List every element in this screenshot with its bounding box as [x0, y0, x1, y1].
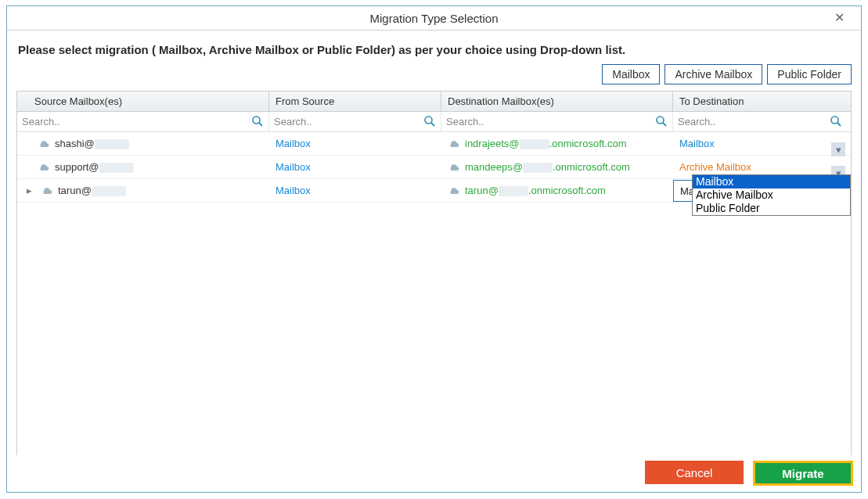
to-destination-value[interactable]: Mailbox	[679, 138, 715, 149]
search-source-cell	[17, 112, 269, 131]
svg-line-7	[837, 123, 841, 126]
bulk-public-button[interactable]: Public Folder	[767, 64, 852, 84]
expand-icon[interactable]: ▸	[25, 185, 33, 196]
search-from-input[interactable]	[269, 112, 441, 131]
svg-point-0	[253, 117, 260, 124]
dest-mailbox[interactable]: mandeeps@xxx.onmicrosoft.com	[465, 161, 630, 173]
to-destination-dropdown[interactable]: Mailbox Archive Mailbox Public Folder	[692, 174, 851, 216]
migrate-button[interactable]: Migrate	[755, 463, 851, 483]
source-mailbox: shashi@xxxx	[55, 138, 129, 149]
col-from[interactable]: From Source	[269, 92, 441, 111]
search-icon[interactable]	[655, 115, 668, 127]
dest-mailbox[interactable]: tarun@xxx.onmicrosoft.com	[465, 185, 606, 196]
source-mailbox: tarun@xxxx	[58, 185, 126, 196]
search-icon[interactable]	[423, 115, 436, 127]
from-source-value[interactable]: Mailbox	[276, 161, 311, 173]
cloud-icon	[41, 186, 53, 196]
migration-dialog: Migration Type Selection ✕ Please select…	[6, 5, 862, 493]
dialog-title: Migration Type Selection	[370, 12, 499, 25]
svg-point-2	[425, 117, 432, 124]
cancel-button[interactable]: Cancel	[645, 461, 744, 484]
search-source-input[interactable]	[17, 112, 268, 131]
col-dest[interactable]: Destination Mailbox(es)	[441, 92, 673, 111]
migrate-highlight: Migrate	[753, 461, 853, 486]
search-to-input[interactable]	[673, 112, 847, 131]
search-icon[interactable]	[251, 115, 264, 127]
table-row[interactable]: shashi@xxxx Mailbox indrajeets@xxx.onmic…	[17, 132, 851, 156]
svg-line-5	[663, 123, 666, 126]
close-icon[interactable]: ✕	[823, 6, 855, 31]
col-source[interactable]: Source Mailbox(es)	[17, 92, 269, 111]
from-source-value[interactable]: Mailbox	[276, 185, 311, 196]
search-row	[17, 112, 851, 132]
dropdown-option-archive[interactable]: Archive Mailbox	[693, 188, 850, 202]
mailbox-grid: Source Mailbox(es) From Source Destinati…	[16, 91, 852, 455]
svg-point-6	[831, 117, 838, 124]
cloud-icon	[38, 163, 50, 172]
titlebar: Migration Type Selection ✕	[7, 6, 861, 31]
search-dest-input[interactable]	[441, 112, 672, 131]
search-to-cell	[673, 112, 847, 131]
search-icon[interactable]	[830, 115, 842, 127]
svg-line-3	[431, 123, 434, 126]
cloud-icon	[448, 139, 460, 149]
grid-header: Source Mailbox(es) From Source Destinati…	[17, 92, 851, 112]
to-destination-value[interactable]: Archive Mailbox	[679, 161, 751, 173]
dropdown-option-mailbox[interactable]: Mailbox	[693, 175, 850, 188]
dest-mailbox[interactable]: indrajeets@xxx.onmicrosoft.com	[465, 138, 627, 149]
dropdown-option-public[interactable]: Public Folder	[693, 202, 850, 215]
source-mailbox: support@xxxx	[55, 161, 134, 173]
svg-point-4	[657, 117, 664, 124]
instruction-text: Please select migration ( Mailbox, Archi…	[7, 31, 861, 64]
dialog-actions: Cancel Migrate	[645, 461, 853, 486]
bulk-type-buttons: Mailbox Archive Mailbox Public Folder	[7, 64, 861, 91]
chevron-down-icon[interactable]: ▾	[831, 142, 845, 156]
svg-line-1	[259, 123, 262, 126]
col-to[interactable]: To Destination	[673, 92, 847, 111]
bulk-mailbox-button[interactable]: Mailbox	[602, 64, 660, 84]
search-dest-cell	[441, 112, 673, 131]
bulk-archive-button[interactable]: Archive Mailbox	[665, 64, 762, 84]
from-source-value[interactable]: Mailbox	[276, 138, 311, 149]
cloud-icon	[448, 163, 460, 172]
search-from-cell	[269, 112, 441, 131]
cloud-icon	[38, 139, 50, 149]
cloud-icon	[448, 186, 460, 196]
